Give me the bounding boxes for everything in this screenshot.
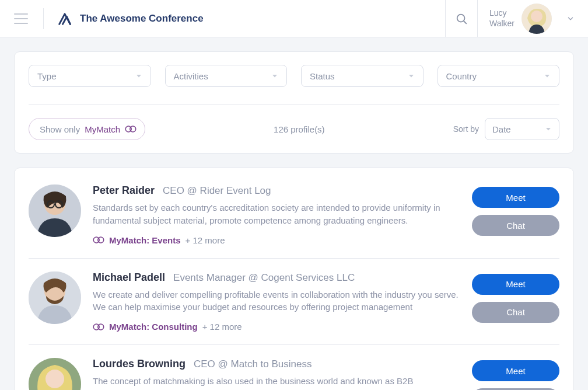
avatar[interactable]	[29, 358, 81, 390]
profile-description: The concept of matchmaking is also used …	[93, 375, 460, 390]
chevron-down-icon	[135, 72, 142, 79]
user-first-name: Lucy	[489, 8, 514, 19]
chevron-down-icon	[566, 15, 575, 23]
profile-name[interactable]: Lourdes Browning	[93, 358, 186, 370]
divider	[29, 105, 559, 105]
svg-point-3	[531, 11, 542, 22]
filters-panel: Type Activities Status Country Show only…	[14, 51, 574, 154]
profile-role: CEO @ Match to Business	[194, 358, 312, 370]
user-name: Lucy Walker	[489, 8, 514, 29]
chevron-down-icon	[544, 72, 551, 79]
sort-control: Sort by Date	[453, 118, 559, 140]
divider	[43, 8, 44, 29]
mymatch-more[interactable]: + 12 more	[186, 235, 225, 245]
profile-name[interactable]: Peter Raider	[93, 184, 155, 197]
mymatch-icon	[125, 125, 136, 133]
svg-marker-6	[409, 75, 414, 78]
svg-marker-4	[136, 75, 141, 78]
meet-button[interactable]: Meet	[472, 360, 559, 381]
svg-marker-5	[272, 75, 277, 78]
filter-type[interactable]: Type	[29, 65, 151, 87]
user-menu[interactable]: Lucy Walker	[478, 4, 579, 34]
menu-button[interactable]	[12, 9, 30, 28]
profile-name[interactable]: Michael Padell	[93, 271, 165, 284]
logo-icon	[57, 11, 73, 27]
filter-activities[interactable]: Activities	[165, 65, 288, 87]
mymatch-prefix: Show only	[40, 124, 80, 134]
profile-role: CEO @ Rider Event Log	[163, 185, 271, 197]
sort-value: Date	[492, 124, 511, 134]
mymatch-icon	[93, 236, 104, 244]
profile-count: 126 profile(s)	[274, 124, 325, 134]
filter-status-label: Status	[310, 71, 335, 81]
search-button[interactable]	[445, 0, 478, 37]
meet-button[interactable]: Meet	[472, 274, 559, 295]
profile-role: Events Manager @ Cogent Services LLC	[173, 272, 355, 284]
profile-row: Peter Raider CEO @ Rider Event Log Stand…	[29, 172, 559, 259]
mymatch-tag[interactable]: MyMatch: Events	[109, 235, 181, 245]
svg-line-1	[464, 20, 466, 23]
avatar[interactable]	[29, 184, 81, 237]
profile-row: Michael Padell Events Manager @ Cogent S…	[29, 259, 559, 346]
svg-point-21	[98, 324, 104, 330]
mymatch-label: MyMatch	[85, 124, 120, 134]
user-last-name: Walker	[489, 19, 514, 29]
filter-activities-label: Activities	[174, 71, 208, 81]
avatar[interactable]	[29, 271, 81, 324]
mymatch-toggle[interactable]: Show only MyMatch	[29, 118, 145, 140]
sort-label: Sort by	[453, 124, 479, 134]
profile-list: Peter Raider CEO @ Rider Event Log Stand…	[14, 168, 574, 390]
filters-row: Type Activities Status Country	[29, 65, 559, 87]
filter-type-label: Type	[37, 71, 57, 81]
filter-country-label: Country	[446, 71, 477, 81]
sort-select[interactable]: Date	[485, 118, 559, 140]
chat-button[interactable]: Chat	[472, 302, 559, 323]
profile-description: We create and deliver compelling profita…	[93, 288, 460, 314]
svg-point-23	[46, 370, 64, 388]
avatar	[522, 4, 552, 34]
svg-marker-10	[546, 128, 551, 131]
svg-point-9	[130, 126, 136, 132]
mymatch-tag[interactable]: MyMatch: Consulting	[109, 322, 198, 332]
app-title: The Awesome Conference	[80, 13, 204, 25]
chevron-down-icon	[408, 72, 415, 79]
svg-point-17	[98, 237, 104, 243]
profile-description: Standards set by each country's accredit…	[93, 201, 460, 227]
chevron-down-icon	[545, 126, 552, 133]
chevron-down-icon	[271, 72, 278, 79]
svg-marker-7	[545, 75, 550, 78]
app-header: The Awesome Conference Lucy Walker	[0, 0, 588, 37]
hamburger-icon	[14, 13, 28, 24]
filter-status[interactable]: Status	[301, 65, 424, 87]
brand[interactable]: The Awesome Conference	[57, 11, 204, 27]
profile-row: Lourdes Browning CEO @ Match to Business…	[29, 345, 559, 390]
controls-row: Show only MyMatch 126 profile(s) Sort by…	[29, 118, 559, 140]
search-icon	[455, 12, 468, 25]
user-menu-caret[interactable]	[562, 11, 579, 27]
filter-country[interactable]: Country	[438, 65, 560, 87]
chat-button[interactable]: Chat	[472, 215, 559, 236]
mymatch-more[interactable]: + 12 more	[202, 322, 242, 332]
meet-button[interactable]: Meet	[472, 187, 559, 208]
mymatch-icon	[93, 323, 104, 331]
